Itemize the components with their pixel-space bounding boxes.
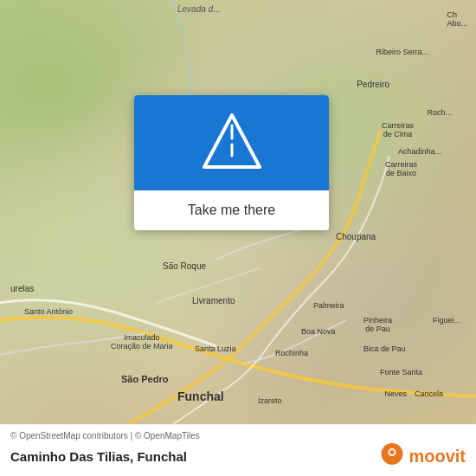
card-icon-area bbox=[134, 95, 329, 190]
action-card: Take me there bbox=[134, 95, 329, 230]
svg-point-5 bbox=[390, 450, 395, 454]
map-container: Levada d... Pedreiro Ribeiro Serra... Ca… bbox=[0, 0, 476, 424]
moovit-text: moovit bbox=[408, 447, 466, 466]
take-me-there-button[interactable]: Take me there bbox=[134, 190, 329, 230]
svg-marker-0 bbox=[204, 115, 260, 167]
road-icon bbox=[197, 108, 267, 177]
moovit-logo: moovit bbox=[378, 442, 466, 470]
bottom-bar: © OpenStreetMap contributors | © OpenMap… bbox=[0, 424, 476, 476]
moovit-icon bbox=[378, 442, 406, 470]
place-name: Caminho Das Tilias, Funchal bbox=[10, 449, 187, 464]
button-label: Take me there bbox=[188, 203, 275, 218]
map-attribution: © OpenStreetMap contributors | © OpenMap… bbox=[10, 431, 466, 441]
bottom-row: Caminho Das Tilias, Funchal moovit bbox=[10, 442, 466, 470]
